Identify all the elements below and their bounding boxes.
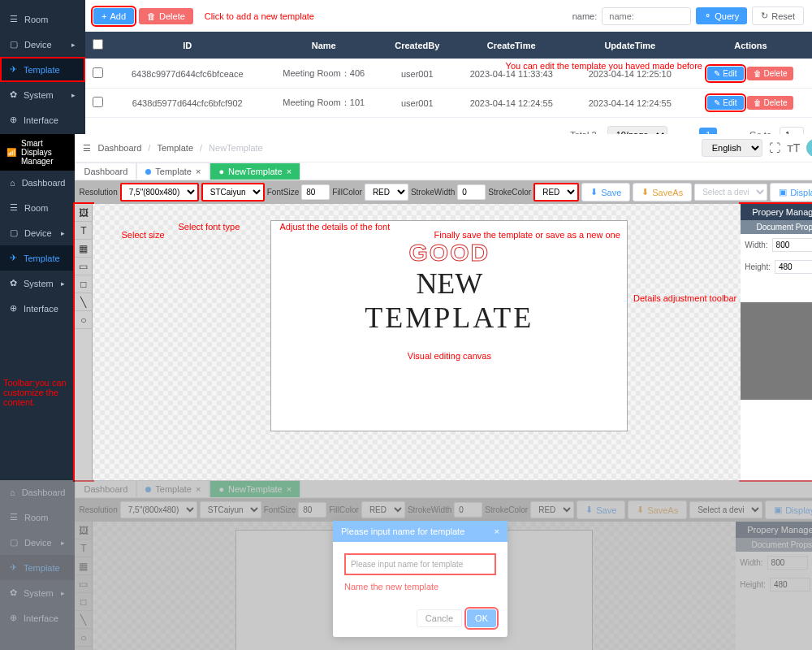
cell-createdby: user001 bbox=[382, 89, 452, 118]
toolbar: +Add 🗑Delete Click to add a new template… bbox=[85, 0, 812, 32]
fontsize-input[interactable] bbox=[301, 184, 330, 200]
btn-label: Edit bbox=[723, 69, 736, 78]
display-button[interactable]: ▣ Display bbox=[770, 183, 812, 202]
menu-icon: ☰ bbox=[10, 202, 18, 213]
header-check bbox=[85, 32, 110, 59]
fillcolor-select[interactable]: RED bbox=[365, 184, 408, 201]
editor-body: 🖼 T ▦ ▭ □ ╲ ○ Select size Select font ty… bbox=[75, 204, 812, 480]
header-name: Name bbox=[265, 32, 382, 59]
device-icon: ▢ bbox=[10, 39, 18, 50]
strokecolor-select[interactable]: RED bbox=[533, 183, 579, 202]
cell-createdby: user001 bbox=[382, 59, 452, 89]
language-select[interactable]: English bbox=[702, 139, 762, 157]
sidebar-item-template[interactable]: ✈Template bbox=[0, 245, 75, 271]
sidebar-item-device[interactable]: ▢Device▸ bbox=[0, 220, 75, 245]
canvas-text-new[interactable]: NEW bbox=[271, 266, 627, 301]
sidebar-item-template[interactable]: ✈Template bbox=[0, 57, 85, 82]
avatar[interactable] bbox=[806, 139, 812, 157]
tool-rect[interactable]: ▭ bbox=[75, 258, 92, 275]
tab-bar: Dashboard Template× ●NewTemplate× bbox=[75, 162, 812, 180]
close-icon[interactable]: × bbox=[196, 167, 201, 176]
cell-name: Meeting Room：406 bbox=[265, 59, 382, 89]
tab-newtemplate[interactable]: ●NewTemplate× bbox=[209, 162, 300, 180]
btn-label: SaveAs bbox=[652, 188, 683, 197]
trash-icon: 🗑 bbox=[147, 11, 156, 21]
add-button[interactable]: +Add bbox=[93, 8, 134, 24]
sidebar-label: Dashboard bbox=[22, 178, 66, 188]
annotation-save: Finally save the template or save as a n… bbox=[434, 230, 620, 240]
query-button[interactable]: ⚬Query bbox=[696, 7, 747, 24]
sidebar-label: Device bbox=[24, 228, 52, 238]
height-input[interactable] bbox=[775, 260, 812, 274]
resolution-label: Resolution bbox=[79, 188, 117, 197]
cancel-button[interactable]: Cancle bbox=[417, 609, 462, 627]
breadcrumb-template[interactable]: Template bbox=[157, 143, 193, 153]
dot-icon bbox=[145, 169, 151, 175]
close-icon[interactable]: × bbox=[495, 526, 499, 536]
tab-dashboard[interactable]: Dashboard bbox=[75, 162, 136, 180]
delete-button[interactable]: 🗑Delete bbox=[139, 8, 193, 24]
edit-button[interactable]: ✎ Edit bbox=[707, 67, 743, 80]
tool-qr[interactable]: ▦ bbox=[75, 240, 92, 258]
annotation-toolbar: Toolbar:you can customize the content. bbox=[3, 378, 84, 407]
refresh-icon: ↻ bbox=[761, 11, 768, 21]
row-check[interactable] bbox=[93, 67, 103, 78]
canvas[interactable]: GOOD NEW TEMPLATE Visual editing canvas bbox=[270, 220, 628, 431]
annotation-prop: Details adjustment toolbar bbox=[633, 293, 736, 303]
row-check[interactable] bbox=[93, 97, 103, 107]
sidebar-item-interface[interactable]: ⊕Interface bbox=[0, 296, 75, 321]
tool-line[interactable]: ╲ bbox=[75, 293, 92, 311]
btn-label: Add bbox=[110, 11, 126, 21]
sidebar-item-dashboard[interactable]: ⌂Dashboard bbox=[0, 171, 75, 195]
width-input[interactable] bbox=[772, 238, 812, 252]
width-label: Width: bbox=[745, 240, 767, 249]
sidebar-item-room[interactable]: ☰Room bbox=[0, 6, 85, 32]
delete-row-button[interactable]: 🗑 Delete bbox=[747, 67, 794, 80]
sidebar-label: Template bbox=[24, 254, 60, 263]
reset-button[interactable]: ↻Reset bbox=[752, 6, 804, 25]
sidebar-label: Room bbox=[24, 203, 48, 213]
tool-image[interactable]: 🖼 bbox=[75, 204, 92, 222]
annotation-font: Select font type bbox=[178, 222, 240, 232]
sidebar-item-interface[interactable]: ⊕Interface bbox=[0, 107, 85, 132]
tool-square[interactable]: □ bbox=[75, 275, 92, 293]
plane-icon: ✈ bbox=[10, 253, 17, 263]
annotation-size: Select size bbox=[121, 230, 164, 240]
sidebar-item-room[interactable]: ☰Room bbox=[0, 195, 75, 220]
resolution-select[interactable]: 7,5"(800x480) bbox=[120, 183, 199, 202]
search-bar: name: ⚬Query ↻Reset bbox=[572, 6, 804, 25]
fillcolor-label: FillColor bbox=[332, 188, 362, 197]
tab-template[interactable]: Template× bbox=[136, 162, 209, 180]
editor-toolbar: Resolution 7,5"(800x480) STCaiyun FontSi… bbox=[75, 180, 812, 204]
header-id: ID bbox=[110, 32, 265, 59]
sidebar-item-system[interactable]: ✿System▸ bbox=[0, 82, 85, 107]
template-name-input[interactable] bbox=[344, 553, 496, 575]
edit-button[interactable]: ✎ Edit bbox=[707, 96, 743, 110]
font-select[interactable]: STCaiyun bbox=[201, 183, 265, 202]
canvas-text-good[interactable]: GOOD bbox=[271, 239, 627, 266]
sidebar-item-device[interactable]: ▢Device▸ bbox=[0, 32, 85, 57]
modal-title: Please input name for template bbox=[341, 526, 464, 536]
globe-icon: ⊕ bbox=[10, 115, 17, 125]
device-select[interactable]: Select a device bbox=[694, 184, 767, 201]
ok-button[interactable]: OK bbox=[467, 609, 496, 627]
tool-circle[interactable]: ○ bbox=[75, 311, 92, 329]
fullscreen-icon[interactable]: ⛶ bbox=[769, 141, 780, 154]
btn-label: Display bbox=[790, 188, 812, 197]
chevron-right-icon: ▸ bbox=[61, 229, 65, 237]
save-button[interactable]: ⬇ Save bbox=[581, 183, 630, 202]
canvas-text-template[interactable]: TEMPLATE bbox=[271, 301, 627, 335]
check-all[interactable] bbox=[93, 39, 103, 50]
delete-row-button[interactable]: 🗑 Delete bbox=[747, 96, 794, 110]
name-input[interactable] bbox=[602, 7, 691, 25]
strokewidth-input[interactable] bbox=[457, 184, 486, 200]
breadcrumb-dashboard[interactable]: Dashboard bbox=[97, 143, 141, 153]
saveas-button[interactable]: ⬇ SaveAs bbox=[633, 183, 692, 202]
cell-id: 6438d5977d644cfc6bfcf902 bbox=[110, 89, 265, 118]
hamburger-icon[interactable]: ☰ bbox=[83, 143, 91, 154]
text-size-icon[interactable]: ᴛT bbox=[787, 141, 801, 154]
sidebar-item-system[interactable]: ✿System▸ bbox=[0, 271, 75, 296]
tool-text[interactable]: T bbox=[75, 222, 92, 240]
close-icon[interactable]: × bbox=[287, 167, 292, 176]
btn-label: Query bbox=[715, 11, 739, 21]
